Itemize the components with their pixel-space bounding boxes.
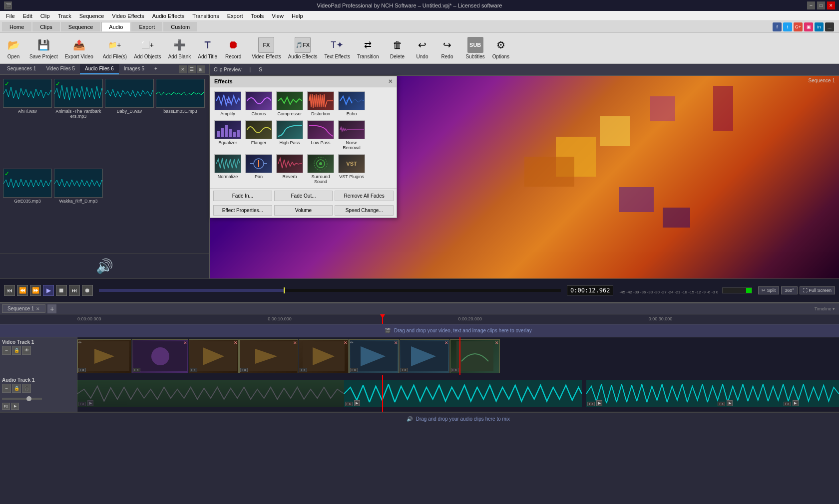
- stop-button[interactable]: ⏹: [56, 285, 67, 296]
- menu-sequence[interactable]: Sequence: [75, 12, 108, 20]
- menu-edit[interactable]: Edit: [19, 12, 36, 20]
- linkedin-icon[interactable]: in: [815, 22, 824, 31]
- window-controls[interactable]: – □ ✕: [807, 1, 835, 9]
- video-clip-8[interactable]: ✕ FX: [450, 339, 500, 373]
- audio-effects-button[interactable]: 🎵FX Audio Effects: [285, 33, 321, 63]
- prev-frame-button[interactable]: ⏪: [17, 285, 28, 296]
- subtitles-button[interactable]: SUB Subtitles: [462, 33, 488, 63]
- video-clip-3[interactable]: ✕ FX: [189, 339, 239, 373]
- effect-chorus[interactable]: Chorus: [244, 90, 273, 117]
- menu-audioeffects[interactable]: Audio Effects: [148, 12, 189, 20]
- 360-button[interactable]: 360°: [781, 286, 798, 294]
- fade-out-button[interactable]: Fade Out...: [274, 191, 333, 201]
- clip-8-close[interactable]: ✕: [495, 340, 499, 345]
- menu-export[interactable]: Export: [223, 12, 247, 20]
- video-clip-4[interactable]: ✕ FX: [239, 339, 298, 373]
- seg1-arrow[interactable]: ▶: [354, 400, 360, 406]
- export-video-button[interactable]: 📤 Export Video: [61, 33, 97, 63]
- google-icon[interactable]: G+: [794, 22, 803, 31]
- undo-button[interactable]: ↩ Undo: [410, 33, 435, 63]
- clip-6-close[interactable]: ✕: [394, 340, 398, 345]
- effect-pan[interactable]: Pan: [244, 153, 273, 185]
- seg2-arrow[interactable]: ▶: [596, 400, 602, 406]
- effect-lowpass[interactable]: Low Pass: [306, 119, 335, 151]
- tab-audio[interactable]: Audio: [101, 22, 130, 31]
- sequences-tab[interactable]: Sequences 1: [2, 64, 41, 74]
- fade-in-button[interactable]: Fade In...: [213, 191, 272, 201]
- effect-reverb[interactable]: Reverb: [275, 153, 304, 185]
- seg3-arrow[interactable]: ▶: [727, 400, 733, 406]
- sequence-1-tab[interactable]: Sequence 1 ✕: [2, 304, 45, 313]
- tab-sequence[interactable]: Sequence: [61, 22, 101, 31]
- record-button[interactable]: ⏺ Record: [221, 33, 246, 63]
- audio-files-tab[interactable]: Audio Files 6: [80, 64, 119, 74]
- audio-lock-button[interactable]: 🔒: [12, 384, 21, 393]
- split-button[interactable]: ✂ Split: [758, 286, 779, 294]
- effect-normalize[interactable]: Normalize: [213, 153, 242, 185]
- transition-button[interactable]: ⇄ Transition: [354, 33, 383, 63]
- video-lock-button[interactable]: 🔒: [12, 346, 21, 355]
- clip-3-close[interactable]: ✕: [234, 340, 238, 345]
- menu-videoeffects[interactable]: Video Effects: [108, 12, 148, 20]
- tab-home[interactable]: Home: [2, 22, 31, 31]
- video-clip-5[interactable]: ✕ FX: [299, 339, 349, 373]
- video-files-tab[interactable]: Video Files 5: [41, 64, 80, 74]
- menu-help[interactable]: Help: [288, 12, 307, 20]
- effect-surround[interactable]: Surround Sound: [306, 153, 335, 185]
- effect-properties-button[interactable]: Effect Properties...: [213, 205, 272, 216]
- options-button[interactable]: ⚙ Options: [488, 33, 513, 63]
- timeline-settings-button[interactable]: Timeline ▾: [813, 306, 837, 311]
- images-tab[interactable]: Images 5: [119, 64, 149, 74]
- audio-headphone-button[interactable]: 🎧: [22, 384, 31, 393]
- video-effects-button[interactable]: FX Video Effects: [248, 33, 285, 63]
- redo-button[interactable]: ↪ Redo: [435, 33, 460, 63]
- delete-button[interactable]: 🗑 Delete: [385, 33, 410, 63]
- video-clip-6[interactable]: ✏ ✕ FX: [349, 339, 399, 373]
- add-blank-button[interactable]: ➕ Add Blank: [165, 33, 195, 63]
- speed-change-button[interactable]: Speed Change...: [335, 205, 394, 216]
- audio-mute-button[interactable]: –: [2, 384, 11, 393]
- video-clip-1[interactable]: ✏ FX: [77, 339, 131, 373]
- file-item-gtre[interactable]: ✓ GtrE035.mp3: [3, 168, 52, 251]
- audio-fx-button[interactable]: FX: [2, 403, 10, 410]
- skip-start-button[interactable]: ⏮: [4, 285, 15, 296]
- close-button[interactable]: ✕: [827, 1, 835, 9]
- delete-view-button[interactable]: ✕: [179, 65, 187, 73]
- add-sequence-button[interactable]: +: [47, 304, 56, 313]
- dim-arrow-badge[interactable]: ▶: [87, 400, 93, 406]
- effects-close-icon[interactable]: ✕: [388, 78, 393, 85]
- audio-arrow-button[interactable]: ▶: [11, 403, 19, 410]
- menu-view[interactable]: View: [268, 12, 288, 20]
- open-button[interactable]: 📂 Open: [1, 33, 26, 63]
- clip-2-close[interactable]: ✕: [183, 340, 187, 345]
- text-effects-button[interactable]: T✦ Text Effects: [321, 33, 354, 63]
- rewind-button[interactable]: ⏩: [30, 285, 41, 296]
- file-item-wakka[interactable]: Wakka_Riff_D.mp3: [54, 168, 103, 251]
- twitter-icon[interactable]: t: [783, 22, 792, 31]
- instagram-icon[interactable]: ▣: [804, 22, 813, 31]
- effect-equalizer[interactable]: Equalizer: [213, 119, 242, 151]
- tab-custom[interactable]: Custom: [163, 22, 197, 31]
- minimize-button[interactable]: –: [807, 1, 815, 9]
- menu-track[interactable]: Track: [54, 12, 75, 20]
- effect-distortion[interactable]: Distortion: [306, 90, 335, 117]
- clip-4-close[interactable]: ✕: [293, 340, 297, 345]
- volume-button[interactable]: Volume: [274, 205, 333, 216]
- list-view-button[interactable]: ☰: [188, 65, 196, 73]
- effect-highpass[interactable]: High Pass: [275, 119, 304, 151]
- fullscreen-button[interactable]: ⛶ Full Screen: [800, 286, 835, 294]
- video-mute-button[interactable]: –: [2, 346, 11, 355]
- remove-fades-button[interactable]: Remove All Fades: [335, 191, 394, 201]
- facebook-icon[interactable]: f: [773, 22, 782, 31]
- audio-volume-slider[interactable]: [2, 398, 42, 400]
- file-item-ahhi[interactable]: ✓ AhHi.wav: [3, 78, 52, 166]
- effect-compressor[interactable]: Compressor: [275, 90, 304, 117]
- tab-export[interactable]: Export: [131, 22, 162, 31]
- add-files-button[interactable]: 📁+ Add File(s): [99, 33, 130, 63]
- add-objects-button[interactable]: ⬜+ Add Objects: [130, 33, 164, 63]
- add-title-button[interactable]: T Add Title: [194, 33, 221, 63]
- effect-flanger[interactable]: Flanger: [244, 119, 273, 151]
- menu-transitions[interactable]: Transitions: [188, 12, 223, 20]
- effect-amplify[interactable]: Amplify: [213, 90, 242, 117]
- next-frame-button[interactable]: ⏭: [69, 285, 80, 296]
